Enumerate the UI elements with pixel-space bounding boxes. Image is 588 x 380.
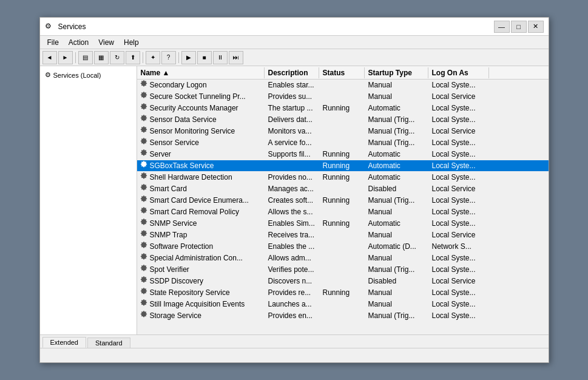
tb-forward[interactable]: ► [58,51,73,64]
service-icon [140,253,148,263]
table-row[interactable]: SNMP ServiceEnables Sim...RunningAutomat… [137,218,549,229]
col-logon[interactable]: Log On As [428,67,489,78]
service-startup: Disabled [365,184,428,194]
sidebar-services-local[interactable]: ⚙ Services (Local) [42,69,134,81]
service-status [319,96,365,97]
table-row[interactable]: Smart CardManages ac...DisabledLocal Ser… [137,183,549,195]
service-startup: Automatic [365,103,428,113]
table-row[interactable]: Shell Hardware DetectionProvides no...Ru… [137,172,549,183]
service-desc: Creates soft... [265,195,319,205]
menu-action[interactable]: Action [64,37,93,48]
table-row[interactable]: Smart Card Device Enumera...Creates soft… [137,195,549,206]
service-startup: Automatic [365,161,428,171]
tb-list[interactable]: ▤ [78,51,93,64]
service-name: Sensor Data Service [150,115,217,124]
table-row[interactable]: Sensor Data ServiceDelivers dat...Manual… [137,114,549,126]
tabs-bar: ExtendedStandard [40,334,549,348]
tb-pause[interactable]: ⏸ [213,51,228,64]
sidebar-icon: ⚙ [45,71,51,79]
service-name-cell: Sensor Monitoring Service [137,126,265,137]
tb-help[interactable]: ? [161,51,176,64]
service-logon: Local Syste... [428,115,489,124]
service-status [319,269,365,270]
table-row[interactable]: Security Accounts ManagerThe startup ...… [137,103,549,114]
service-name: Smart Card Device Enumera... [150,196,249,205]
service-icon [140,103,148,114]
table-body: Secondary LogonEnables star...ManualLoca… [137,80,549,334]
service-logon: Local Syste... [428,311,489,321]
service-name-cell: SNMP Trap [137,229,265,241]
sidebar-label: Services (Local) [53,72,101,79]
service-startup: Manual [365,299,428,309]
tb-export[interactable]: ⬆ [126,51,140,64]
table-row[interactable]: SNMP TrapReceives tra...ManualLocal Serv… [137,229,549,241]
service-desc: A service fo... [265,138,319,148]
table-row[interactable]: Smart Card Removal PolicyAllows the s...… [137,206,549,218]
col-status[interactable]: Status [319,67,365,78]
service-icon [140,161,148,171]
sidebar: ⚙ Services (Local) [40,66,137,334]
table-row[interactable]: Special Administration Con...Allows adm.… [137,253,549,264]
service-desc: Allows adm... [265,253,319,263]
service-logon: Local Syste... [428,161,489,171]
service-name: Special Administration Con... [150,254,243,262]
table-row[interactable]: Still Image Acquisition EventsLaunches a… [137,299,549,310]
service-status [319,131,365,132]
service-status [319,315,365,316]
table-row[interactable]: Secondary LogonEnables star...ManualLoca… [137,80,549,91]
service-status [319,280,365,282]
minimize-button[interactable]: — [494,21,510,33]
service-status [319,257,365,259]
service-desc: Provides re... [265,288,319,297]
tb-restart[interactable]: ⏭ [229,51,243,64]
service-name: Spot Verifier [150,265,189,274]
table-row[interactable]: Storage ServiceProvides en...Manual (Tri… [137,310,549,322]
service-status [319,84,365,86]
tb-filter[interactable]: ✦ [146,51,160,64]
tb-back[interactable]: ◄ [42,51,57,64]
close-button[interactable]: ✕ [528,21,544,33]
service-status [319,119,365,120]
tb-stop[interactable]: ■ [197,51,212,64]
service-icon [140,149,148,160]
col-description[interactable]: Description [265,67,319,78]
service-status: Running [319,103,365,113]
service-startup: Automatic [365,149,428,159]
maximize-button[interactable]: □ [511,21,527,33]
menu-help[interactable]: Help [119,37,144,48]
service-startup: Manual [365,230,428,240]
service-startup: Manual (Trig... [365,138,428,148]
col-name[interactable]: Name ▲ [137,67,265,78]
service-icon [140,276,148,287]
service-logon: Local Syste... [428,207,489,217]
tb-play[interactable]: ▶ [181,51,196,64]
table-row[interactable]: Software ProtectionEnables the ...Automa… [137,241,549,253]
service-logon: Local Syste... [428,138,489,148]
service-status [319,234,365,236]
table-row[interactable]: State Repository ServiceProvides re...Ru… [137,287,549,299]
service-name: Sensor Monitoring Service [150,127,235,135]
tab-standard[interactable]: Standard [87,338,130,348]
service-name: Sensor Service [150,138,199,147]
table-row[interactable]: Sensor ServiceA service fo...Manual (Tri… [137,137,549,149]
service-icon [140,195,148,206]
window-controls: — □ ✕ [494,21,544,33]
service-name: Server [150,150,171,158]
table-row[interactable]: Sensor Monitoring ServiceMonitors va...M… [137,126,549,137]
service-name: Software Protection [150,242,214,251]
service-icon [140,230,148,240]
tb-refresh[interactable]: ↻ [110,51,124,64]
menu-view[interactable]: View [93,37,119,48]
table-row[interactable]: SSDP DiscoveryDiscovers n...DisabledLoca… [137,276,549,287]
table-row[interactable]: Spot VerifierVerifies pote...Manual (Tri… [137,264,549,276]
table-row[interactable]: Secure Socket Tunneling Pr...Provides su… [137,91,549,103]
col-startup[interactable]: Startup Type [365,67,428,78]
menu-file[interactable]: File [42,37,64,48]
tab-extended[interactable]: Extended [42,337,86,348]
tb-detail[interactable]: ▦ [94,51,109,64]
table-row[interactable]: SGBoxTask ServiceRunningAutomaticLocal S… [137,160,549,172]
service-status [319,142,365,143]
service-name-cell: Server [137,149,265,160]
table-row[interactable]: ServerSupports fil...RunningAutomaticLoc… [137,149,549,160]
service-icon [140,288,148,298]
